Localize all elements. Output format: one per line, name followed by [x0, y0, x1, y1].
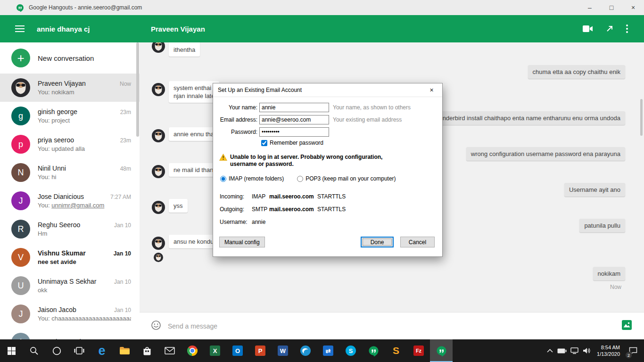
message-text: Username ayit ano	[564, 183, 625, 197]
taskbar-powerpoint-icon[interactable]: P	[249, 339, 272, 362]
conversation-sidebar: + New conversation Praveen VijayanNow Yo…	[0, 42, 140, 339]
email-address-input[interactable]	[259, 115, 329, 124]
outlook-icon: O	[232, 346, 243, 356]
remember-password-checkbox[interactable]	[261, 140, 267, 146]
volume-icon[interactable]	[580, 339, 593, 362]
avatar	[152, 165, 165, 178]
conversation-item[interactable]: R Reghu SeerooJan 10 Hm	[0, 215, 140, 243]
taskbar-clock[interactable]: 8:54 AM 1/13/2020	[593, 344, 624, 357]
conversation-item[interactable]: g ginish george23m You: project	[0, 102, 140, 130]
taskbar-thunderbird-icon[interactable]	[294, 339, 317, 362]
avatar: U	[11, 276, 30, 295]
close-button[interactable]: ×	[622, 0, 644, 15]
taskbar-mail-icon[interactable]	[158, 339, 181, 362]
windows-taskbar: e X O P W ⇄ S S Fz	[0, 339, 644, 362]
message-incoming: system enthainjan innale late	[152, 81, 219, 103]
sidebar-scrollbar[interactable]	[136, 42, 139, 137]
taskbar-task-view-button[interactable]	[68, 339, 91, 362]
your-name-label: Your name:	[219, 104, 257, 111]
imap-radio-option[interactable]: IMAP (remote folders)	[220, 175, 284, 182]
taskbar-outlook-icon[interactable]: O	[226, 339, 249, 362]
pop3-radio-option[interactable]: POP3 (keep mail on your computer)	[297, 175, 396, 182]
taskbar-start-button[interactable]	[0, 339, 23, 362]
conversation-item[interactable]: V Vishnu SkumarJan 10 nee set avide	[0, 243, 140, 272]
taskbar-hangouts-active-icon[interactable]	[430, 339, 453, 362]
conversation-item[interactable]: A Aswathy varadanJan 10	[0, 328, 140, 339]
taskbar-chrome-icon[interactable]	[181, 339, 204, 362]
message-outgoing: Username ayit ano	[564, 183, 625, 197]
taskbar-sublime-icon[interactable]: S	[385, 339, 407, 362]
hangouts-icon	[436, 346, 447, 356]
emoji-icon[interactable]	[151, 320, 161, 332]
word-icon: W	[278, 346, 288, 356]
sublime-icon: S	[393, 345, 399, 356]
avatar: J	[11, 191, 30, 210]
done-button[interactable]: Done	[361, 237, 394, 247]
excel-icon: X	[210, 346, 220, 356]
thunderbird-icon	[300, 346, 311, 356]
clipped-line	[173, 42, 195, 46]
conversation-item[interactable]: N Ninil Unni48m You: hi	[0, 158, 140, 187]
notification-badge: 2	[625, 352, 632, 359]
windows-logo-icon	[8, 347, 16, 355]
dialog-close-icon[interactable]: ×	[421, 83, 442, 97]
new-conversation-button[interactable]: + New conversation	[0, 42, 140, 74]
warning-icon	[219, 154, 227, 161]
attach-image-icon[interactable]	[622, 320, 632, 332]
desktop-screen: Google Hangouts - annie.seeroo@gmail.com…	[0, 0, 644, 362]
taskbar-search-button[interactable]	[23, 339, 45, 362]
minimize-button[interactable]: –	[579, 0, 601, 15]
taskbar-cortana-button[interactable]	[45, 339, 68, 362]
conversation-item[interactable]: p priya seeroo23m You: updated alla	[0, 130, 140, 158]
network-icon[interactable]	[568, 339, 580, 362]
taskbar-file-explorer-icon[interactable]	[113, 339, 136, 362]
dialog-titlebar[interactable]: Set Up an Existing Email Account ×	[213, 83, 442, 97]
account-name: annie dhanya cj	[37, 25, 90, 33]
battery-icon[interactable]	[556, 339, 568, 362]
message-text: ne mail id than	[169, 163, 218, 177]
avatar	[152, 83, 165, 96]
video-call-icon[interactable]	[583, 25, 593, 33]
manual-config-button[interactable]: Manual config	[219, 237, 265, 247]
conversation-item[interactable]: U Unnimaya S SekharJan 10 okk	[0, 272, 140, 300]
message-timestamp: Now	[610, 284, 621, 290]
pop3-radio[interactable]	[297, 176, 303, 182]
taskbar-store-icon[interactable]	[136, 339, 158, 362]
taskbar-edge-icon[interactable]: e	[91, 339, 113, 362]
avatar: p	[11, 135, 30, 154]
taskbar-word-icon[interactable]: W	[272, 339, 294, 362]
taskbar-teamviewer-icon[interactable]: ⇄	[317, 339, 339, 362]
taskbar-filezilla-icon[interactable]: Fz	[407, 339, 430, 362]
open-in-window-icon[interactable]	[605, 25, 614, 33]
teamviewer-icon: ⇄	[323, 346, 333, 356]
taskbar-hangouts-icon[interactable]	[362, 339, 385, 362]
window-title: Google Hangouts - annie.seeroo@gmail.com	[29, 4, 142, 11]
message-incoming: ne mail id than	[152, 163, 218, 178]
message-outgoing: nderbird install chaithapo enta name ent…	[438, 111, 625, 125]
conversation-item[interactable]: J Jose Dianicious7:27 AM You: unnimr@gma…	[0, 187, 140, 215]
more-options-icon[interactable]	[626, 25, 628, 33]
conversation-item[interactable]: J Jaison JacobJan 10 You: chaaaaaaaaaaaa…	[0, 300, 140, 328]
your-name-input[interactable]	[259, 103, 329, 112]
hamburger-menu-icon[interactable]	[14, 23, 25, 34]
message-input[interactable]	[168, 322, 622, 330]
password-input[interactable]	[259, 127, 329, 137]
message-outgoing: patunila pullu	[579, 219, 625, 232]
avatar: J	[11, 304, 30, 323]
message-outgoing: nokikam	[593, 267, 625, 280]
action-center-icon[interactable]: 2	[624, 339, 642, 362]
tray-expand-chevron-icon[interactable]	[544, 339, 556, 362]
taskbar-skype-icon[interactable]: S	[339, 339, 362, 362]
conversation-item[interactable]: Praveen VijayanNow You: nokikam	[0, 74, 140, 102]
imap-radio[interactable]	[220, 176, 226, 182]
message-text: yss	[169, 199, 188, 213]
cancel-button[interactable]: Cancel	[400, 237, 435, 247]
cortana-icon	[52, 346, 61, 355]
window-titlebar[interactable]: Google Hangouts - annie.seeroo@gmail.com…	[0, 0, 644, 15]
chat-scrollbar[interactable]	[640, 99, 643, 136]
maximize-button[interactable]: □	[601, 0, 622, 15]
system-tray: 8:54 AM 1/13/2020 2	[544, 339, 644, 362]
folder-icon	[119, 346, 130, 355]
taskbar-excel-icon[interactable]: X	[204, 339, 226, 362]
mail-envelope-icon	[165, 347, 175, 354]
